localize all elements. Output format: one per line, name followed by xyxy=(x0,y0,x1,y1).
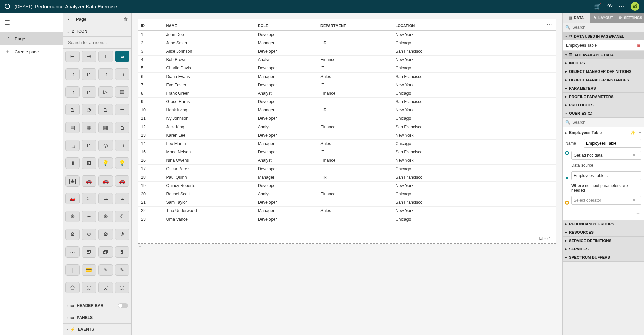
table-row[interactable]: 21Sam TaylorDeveloperITSan Francisco xyxy=(138,198,556,207)
section-header-bar[interactable]: › ▭ HEADER BAR xyxy=(63,300,131,312)
icon-option[interactable]: ☁ xyxy=(115,193,129,204)
icon-option[interactable]: ▮ xyxy=(65,157,80,169)
icon-option[interactable]: ▤ xyxy=(65,122,80,133)
column-header[interactable]: ROLE xyxy=(255,19,318,31)
icon-option[interactable]: ☾ xyxy=(115,211,129,222)
icon-option[interactable]: 💡 xyxy=(115,157,129,169)
section-icon[interactable]: ⌄ 🗋 ICON xyxy=(67,29,128,34)
tab-settings[interactable]: ⚙ SETTINGS xyxy=(617,13,644,23)
table-row[interactable]: 9Grace HarrisDeveloperITSan Francisco xyxy=(138,98,556,106)
section-omd[interactable]: ▸OBJECT MANAGER DEFINITIONS xyxy=(563,67,644,76)
icon-search-input[interactable] xyxy=(67,39,128,46)
section-all-data[interactable]: ▾ ☰ ALL AVAILABLE DATA xyxy=(563,51,644,59)
table-row[interactable]: 5Charlie DavisDeveloperITChicago xyxy=(138,64,556,73)
query-more-icon[interactable]: ⋯ xyxy=(637,130,641,135)
icon-option[interactable]: ✎ xyxy=(115,264,129,276)
icon-option[interactable]: 🚗 xyxy=(115,175,129,187)
visibility-icon[interactable]: 👁 xyxy=(607,3,613,10)
icon-option[interactable]: ☰ xyxy=(115,104,129,115)
icon-option[interactable]: 🗐 xyxy=(98,246,113,258)
icon-option[interactable]: 🗐 xyxy=(115,246,129,258)
table-row[interactable]: 1John DoeDeveloperITNew York xyxy=(138,31,556,39)
table-row[interactable]: 22Tina UnderwoodManagerSalesNew York xyxy=(138,207,556,215)
section-indices[interactable]: ▸INDICES xyxy=(563,59,644,67)
table-row[interactable]: 15Mona NelsonDeveloperITSan Francisco xyxy=(138,148,556,156)
icon-option[interactable]: ☀ xyxy=(98,211,113,222)
section-profile-parameters[interactable]: ▸PROFILE PARAMETERS xyxy=(563,93,644,101)
sidebar-item-create-page[interactable]: ＋ Create page xyxy=(0,45,63,59)
section-events[interactable]: › ⚡ EVENTS xyxy=(63,323,131,335)
section-queries[interactable]: ▾QUERIES (1) xyxy=(563,109,644,118)
icon-option[interactable]: ⇤ xyxy=(65,51,80,62)
section-parameters[interactable]: ▸PARAMETERS xyxy=(563,84,644,93)
delete-icon[interactable]: 🗑 xyxy=(124,17,128,22)
icon-option[interactable]: ☁ xyxy=(98,193,113,204)
icon-option[interactable]: ☾ xyxy=(82,193,96,204)
table-row[interactable]: 4Bob BrownAnalystFinanceNew York xyxy=(138,56,556,64)
chevron-left-icon[interactable]: ‹ xyxy=(636,153,639,158)
section-spectrum[interactable]: ▸SPECTRUM BUFFERS xyxy=(563,253,644,262)
delete-icon[interactable]: 🗑 xyxy=(637,43,641,48)
icon-option[interactable]: 🖼 xyxy=(82,157,96,169)
section-service-definitions[interactable]: ▸SERVICE DEFINITIONS xyxy=(563,237,644,245)
icon-option[interactable]: 𝙸 xyxy=(98,51,113,62)
back-icon[interactable]: ← xyxy=(67,16,73,23)
section-services[interactable]: ▸SERVICES xyxy=(563,245,644,253)
icon-option[interactable]: ‖ xyxy=(65,264,80,276)
icon-option[interactable]: ⬠ xyxy=(65,282,80,293)
icon-option[interactable]: [◉] xyxy=(65,175,80,187)
add-panel-button[interactable]: ＋ xyxy=(138,244,556,250)
table-row[interactable]: 8Frank GreenAnalystFinanceChicago xyxy=(138,89,556,98)
table-row[interactable]: 10Hank IrvingManagerHRNew York xyxy=(138,106,556,114)
icon-option[interactable]: 🗋 xyxy=(115,140,129,151)
section-protocols[interactable]: ▸PROTOCOLS xyxy=(563,101,644,109)
icon-option[interactable]: ⚙ xyxy=(98,229,113,240)
table-row[interactable]: 16Nina OwensAnalystFinanceNew York xyxy=(138,156,556,165)
icon-option[interactable]: 💳 xyxy=(82,264,96,276)
icon-option[interactable]: ⋯ xyxy=(65,246,80,258)
icon-option[interactable]: 🗋 xyxy=(82,86,96,98)
table-row[interactable]: 3Alice JohnsonDeveloperITSan Francisco xyxy=(138,47,556,56)
canvas-more-icon[interactable]: ⋯ xyxy=(547,21,552,27)
icon-option[interactable]: 🚗 xyxy=(98,175,113,187)
avatar[interactable]: EŠ xyxy=(631,2,639,11)
icon-option[interactable]: 🗋 xyxy=(82,68,96,80)
icon-option[interactable]: 🗎 xyxy=(115,51,129,62)
query-name-input[interactable] xyxy=(584,139,641,148)
section-data-used[interactable]: ▾ ↻ DATA USED IN PAGE/PANEL xyxy=(563,32,644,40)
icon-option[interactable]: 🗋 xyxy=(115,122,129,133)
icon-option[interactable]: 웃 xyxy=(115,282,129,293)
icon-option[interactable]: 웃 xyxy=(82,282,96,293)
icon-option[interactable]: 🚗 xyxy=(82,175,96,187)
icon-option[interactable]: 웃 xyxy=(98,282,113,293)
data-search-input[interactable] xyxy=(572,25,641,30)
icon-option[interactable]: ◎ xyxy=(98,140,113,151)
close-icon[interactable]: ✕ xyxy=(630,153,636,158)
section-panels[interactable]: › ▭ PANELS xyxy=(63,312,131,323)
item-more-icon[interactable]: ⋯ xyxy=(54,36,58,41)
data-used-item[interactable]: Employees Table 🗑 xyxy=(563,40,644,51)
header-bar-toggle[interactable] xyxy=(118,303,128,308)
icon-option[interactable]: 🗋 xyxy=(82,140,96,151)
table-row[interactable]: 18Paul QuinnManagerHRSan Francisco xyxy=(138,173,556,182)
icon-option[interactable]: 🗋 xyxy=(98,104,113,115)
icon-option[interactable]: ⚗ xyxy=(115,229,129,240)
icon-option[interactable]: 🗋 xyxy=(65,86,80,98)
column-header[interactable]: NAME xyxy=(164,19,255,31)
sidebar-item-page[interactable]: 🗋 Page ⋯ xyxy=(0,32,63,45)
icon-option[interactable]: ⇥ xyxy=(82,51,96,62)
icon-option[interactable]: 🚗 xyxy=(65,193,80,204)
icon-option[interactable]: ☀ xyxy=(82,211,96,222)
table-row[interactable]: 11Ivy JohnsonDeveloperITChicago xyxy=(138,114,556,123)
table-row[interactable]: 23Uma VanceDeveloperITChicago xyxy=(138,215,556,224)
icon-option[interactable]: ☀ xyxy=(65,211,80,222)
table-row[interactable]: 20Rachel ScottAnalystFinanceChicago xyxy=(138,190,556,198)
icon-option[interactable]: 🗐 xyxy=(82,246,96,258)
icon-option[interactable]: 🗋 xyxy=(65,68,80,80)
icon-option[interactable]: ⚙ xyxy=(65,229,80,240)
table-row[interactable]: 14Leo MartinManagerSalesChicago xyxy=(138,140,556,148)
icon-option[interactable]: 🗋 xyxy=(115,68,129,80)
icon-option[interactable]: 🗎 xyxy=(65,104,80,115)
table-row[interactable]: 6Diana EvansManagerSalesSan Francisco xyxy=(138,73,556,81)
menu-icon[interactable]: ☰ xyxy=(0,13,63,32)
